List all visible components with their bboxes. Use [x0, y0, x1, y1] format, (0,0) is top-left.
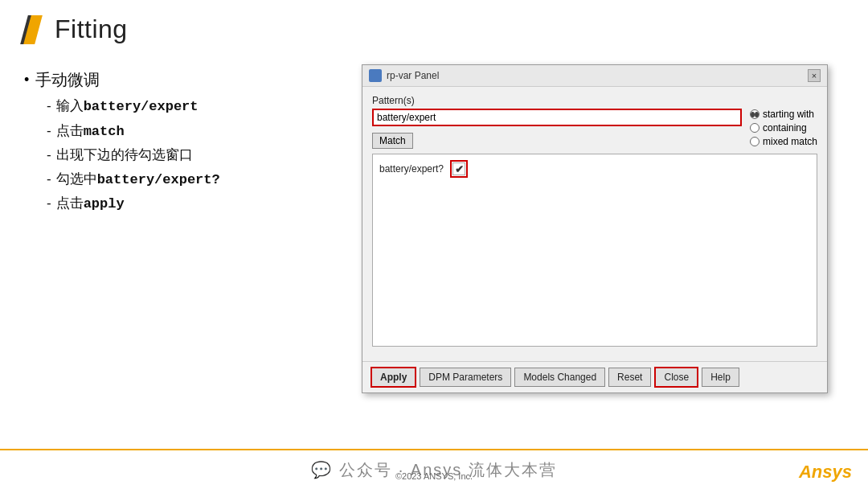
radio-circle — [750, 137, 760, 146]
sub-item-text: 点击match — [56, 121, 125, 142]
footer: 💬 公众号 · Ansys 流体大本营 ©2023 ANSYS, Inc. An… — [0, 449, 868, 489]
radio-label: mixed match — [763, 136, 817, 147]
header: Fitting — [0, 0, 868, 52]
dialog-close-button[interactable]: × — [808, 69, 821, 82]
right-panel: rp-var Panel × Pattern(s) Match — [362, 60, 844, 393]
slash-icon — [24, 15, 47, 44]
match-button[interactable]: Match — [372, 133, 413, 149]
list-item: - 勾选中battery/expert? — [47, 169, 330, 191]
list-area: battery/expert? ✔ — [372, 154, 817, 347]
code-text: match — [84, 124, 125, 139]
apply-button[interactable]: Apply — [371, 367, 416, 388]
ansys-logo-text: Ansys — [799, 462, 852, 482]
list-item-text: battery/expert? — [379, 163, 444, 175]
dialog-body: Pattern(s) Match — [362, 87, 827, 361]
radio-starting-with[interactable]: starting with — [750, 109, 817, 120]
pattern-input[interactable] — [372, 109, 742, 126]
dash: - — [47, 121, 51, 142]
dash: - — [47, 169, 51, 190]
dialog-title: rp-var Panel — [387, 70, 439, 81]
close-button[interactable]: Close — [654, 367, 698, 388]
page-title: Fitting — [55, 14, 128, 44]
help-button[interactable]: Help — [702, 368, 739, 387]
sub-item-text: 勾选中battery/expert? — [56, 169, 220, 191]
dialog-buttons: Apply DPM Parameters Models Changed Rese… — [362, 361, 827, 392]
pattern-input-container: Match — [372, 109, 742, 149]
radio-circle-selected — [750, 109, 760, 119]
sub-list: - 输入battery/expert - 点击match - 出现下边的待勾选窗… — [47, 96, 330, 215]
wechat-icon: 💬 — [311, 461, 333, 479]
dash: - — [47, 96, 51, 117]
footer-logo: Ansys — [799, 462, 852, 483]
sub-item-text: 点击apply — [56, 193, 125, 215]
sub-item-text: 出现下边的待勾选窗口 — [56, 145, 193, 166]
dpm-parameters-button[interactable]: DPM Parameters — [420, 368, 511, 387]
radio-label: starting with — [763, 109, 814, 120]
radio-circle — [750, 123, 760, 133]
bullet-dot: • — [24, 70, 29, 90]
list-item: - 出现下边的待勾选窗口 — [47, 145, 330, 166]
code-text: battery/expert — [84, 99, 199, 114]
dialog-titlebar: rp-var Panel × — [362, 65, 827, 87]
dialog-window: rp-var Panel × Pattern(s) Match — [362, 64, 828, 393]
bullet-item: • 手动微调 — [24, 68, 330, 91]
list-item: - 点击match — [47, 121, 330, 142]
bullet-main-text: 手动微调 — [35, 68, 100, 91]
code-text: battery/expert? — [97, 172, 220, 187]
radio-containing[interactable]: containing — [750, 122, 817, 134]
checkbox[interactable]: ✔ — [452, 162, 465, 175]
list-item-row: battery/expert? ✔ — [376, 158, 813, 180]
dash: - — [47, 193, 51, 214]
dialog-app-icon — [369, 69, 382, 82]
list-item: - 点击apply — [47, 193, 330, 215]
dialog-title-left: rp-var Panel — [369, 69, 439, 82]
list-item: - 输入battery/expert — [47, 96, 330, 117]
left-panel: • 手动微调 - 输入battery/expert - 点击match - 出现… — [24, 60, 330, 393]
checkbox-highlight: ✔ — [450, 160, 468, 178]
dash: - — [47, 145, 51, 166]
sub-item-text: 输入battery/expert — [56, 96, 199, 117]
radio-mixed-match[interactable]: mixed match — [750, 136, 817, 147]
models-changed-button[interactable]: Models Changed — [514, 368, 605, 387]
code-text: apply — [84, 196, 125, 212]
footer-copyright: ©2023 ANSYS, Inc. — [395, 471, 473, 481]
pattern-label: Pattern(s) — [372, 95, 817, 106]
main-content: • 手动微调 - 输入battery/expert - 点击match - 出现… — [0, 52, 868, 393]
radio-group: starting with containing mixed match — [750, 109, 817, 147]
reset-button[interactable]: Reset — [608, 368, 651, 387]
checkmark-icon: ✔ — [455, 163, 464, 175]
radio-label: containing — [763, 122, 807, 134]
